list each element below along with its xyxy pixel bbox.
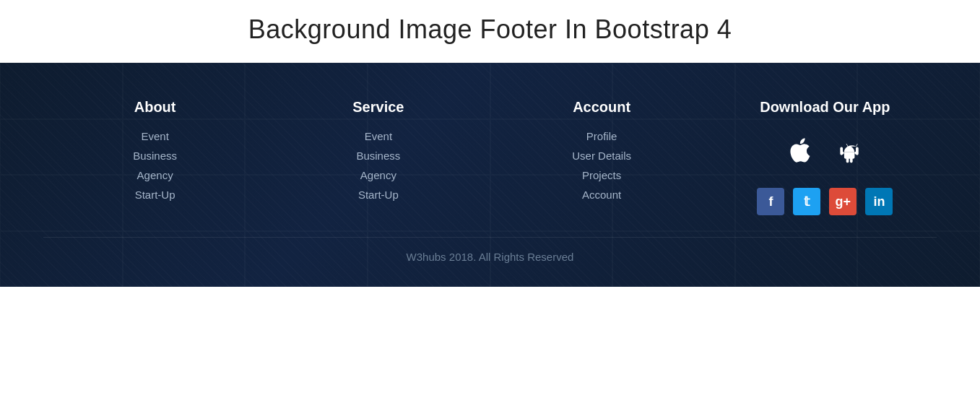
about-link-business[interactable]: Business	[133, 150, 177, 162]
download-title: Download Our App	[760, 99, 890, 116]
service-link-event[interactable]: Event	[365, 130, 392, 142]
service-link-startup[interactable]: Start-Up	[358, 189, 399, 201]
about-link-startup[interactable]: Start-Up	[135, 189, 175, 201]
facebook-icon[interactable]: f	[757, 188, 784, 215]
googleplus-icon[interactable]: g+	[829, 188, 857, 215]
footer: About Event Business Agency Start-Up Ser…	[0, 63, 980, 287]
account-title: Account	[573, 99, 630, 116]
about-title: About	[134, 99, 176, 116]
account-link-projects[interactable]: Projects	[582, 169, 621, 181]
twitter-icon[interactable]: 𝕥	[793, 188, 820, 215]
app-icons-container	[783, 133, 867, 168]
footer-col-service: Service Event Business Agency Start-Up	[306, 99, 451, 215]
about-link-agency[interactable]: Agency	[137, 169, 173, 181]
footer-col-about: About Event Business Agency Start-Up	[83, 99, 227, 215]
account-link-profile[interactable]: Profile	[586, 130, 617, 142]
page-header: Background Image Footer In Bootstrap 4	[0, 0, 980, 63]
footer-col-download: Download Our App	[753, 99, 897, 215]
linkedin-icon[interactable]: in	[865, 188, 893, 215]
android-app-icon[interactable]	[832, 133, 867, 168]
footer-col-account: Account Profile User Details Projects Ac…	[529, 99, 674, 215]
social-icons-container: f 𝕥 g+ in	[757, 188, 893, 215]
apple-app-icon[interactable]	[783, 133, 818, 168]
service-link-business[interactable]: Business	[356, 150, 400, 162]
below-footer	[0, 287, 980, 388]
account-link-account[interactable]: Account	[582, 189, 621, 201]
service-title: Service	[352, 99, 404, 116]
about-link-event[interactable]: Event	[141, 130, 168, 142]
footer-content: About Event Business Agency Start-Up Ser…	[0, 63, 980, 237]
service-link-agency[interactable]: Agency	[360, 169, 396, 181]
page-title: Background Image Footer In Bootstrap 4	[0, 14, 980, 45]
account-link-user-details[interactable]: User Details	[572, 150, 631, 162]
copyright-text: W3hubs 2018. All Rights Reserved	[407, 251, 574, 263]
footer-copyright: W3hubs 2018. All Rights Reserved	[43, 237, 937, 280]
